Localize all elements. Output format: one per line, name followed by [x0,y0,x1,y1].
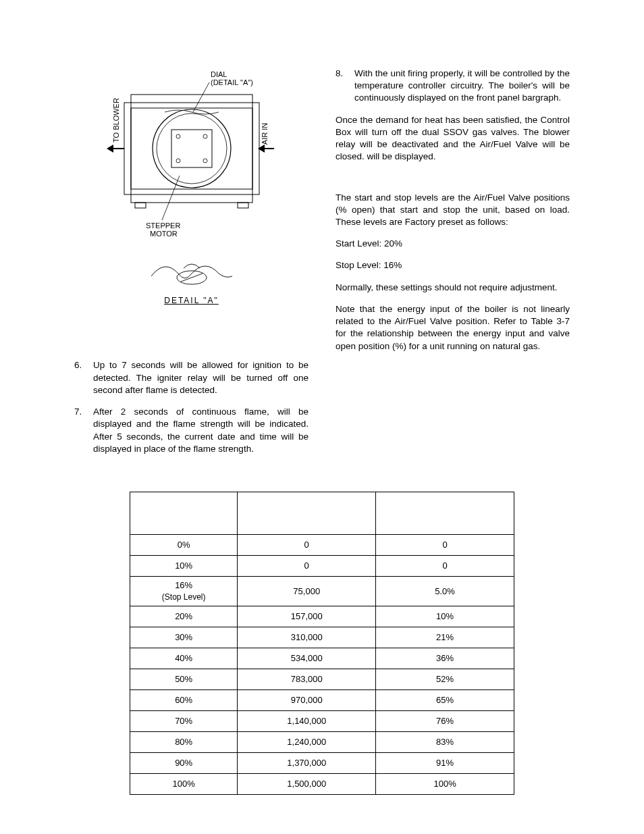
cell-percent: 0 [376,555,514,576]
cell-btu: 75,000 [238,576,376,606]
table-row: 20%157,00010% [130,606,514,627]
label-stepper1: STEPPER [146,221,180,230]
label-stepper2: MOTOR [150,230,178,238]
detail-caption: DETAIL "A" [104,296,279,305]
table-header-row [130,492,514,534]
svg-rect-2 [131,95,252,103]
cell-percent: 5.0% [376,576,514,606]
svg-rect-8 [171,130,212,167]
table-row: 0%00 [130,534,514,555]
cell-percent: 83% [376,732,514,753]
paragraph: Normally, these settings should not requ… [336,282,570,294]
cell-percent: 0 [376,534,514,555]
cell-position: 20% [130,606,238,627]
svg-line-19 [162,176,180,220]
cell-position: 30% [130,627,238,648]
cell-percent: 21% [376,627,514,648]
list-item-8: 8. With the unit firing properly, it wil… [336,68,570,105]
label-detail: (DETAIL "A") [211,78,253,86]
table-row: 30%310,00021% [130,627,514,648]
list-text: Up to 7 seconds will be allowed for igni… [93,360,308,394]
cell-percent: 36% [376,648,514,669]
two-column-layout: DIAL (DETAIL "A") [74,68,570,465]
table-row: 80%1,240,00083% [130,732,514,753]
right-column: 8. With the unit firing properly, it wil… [336,68,570,465]
cell-position: 70% [130,711,238,732]
paragraph: The start and stop levels are the Air/Fu… [336,192,570,229]
svg-marker-16 [107,145,113,153]
list-item-7: 7. After 2 seconds of continuous flame, … [74,406,308,455]
diagram-svg: DIAL (DETAIL "A") [104,68,279,243]
label-dial: DIAL [211,70,227,78]
table-body: 0%0010%0016%(Stop Level)75,0005.0%20%157… [130,534,514,794]
paragraph: Note that the energy input of the boiler… [336,303,570,353]
cell-btu: 0 [238,534,376,555]
cell-position: 16%(Stop Level) [130,576,238,606]
cell-percent: 100% [376,774,514,795]
cell-percent: 76% [376,711,514,732]
table-row: 70%1,140,00076% [130,711,514,732]
col-header-0 [130,492,238,534]
cell-percent: 65% [376,690,514,711]
figure-air-fuel-valve: DIAL (DETAIL "A") [104,68,279,305]
cell-percent: 52% [376,669,514,690]
svg-rect-4 [124,103,131,194]
svg-line-21 [181,273,203,282]
list-text: With the unit firing properly, it will b… [354,68,570,103]
table-row: 60%970,00065% [130,690,514,711]
energy-input-table: 0%0010%0016%(Stop Level)75,0005.0%20%157… [130,492,514,795]
cell-position: 0% [130,534,238,555]
cell-btu: 310,000 [238,627,376,648]
cell-btu: 534,000 [238,648,376,669]
table-row: 100%1,500,000100% [130,774,514,795]
table-row: 10%00 [130,555,514,576]
cell-btu: 0 [238,555,376,576]
cell-btu: 157,000 [238,606,376,627]
cell-position: 10% [130,555,238,576]
svg-line-0 [193,82,209,112]
cell-btu: 783,000 [238,669,376,690]
cell-position: 90% [130,753,238,774]
label-air-in: AIR IN [261,123,269,145]
page: DIAL (DETAIL "A") [0,0,644,834]
svg-rect-14 [238,203,248,208]
list-item-6: 6. Up to 7 seconds will be allowed for i… [74,359,308,396]
cell-btu: 1,140,000 [238,711,376,732]
cell-position: 80% [130,732,238,753]
list-number: 7. [74,406,82,418]
cell-position: 40% [130,648,238,669]
col-header-1 [238,492,376,534]
start-level: Start Level: 20% [336,238,570,250]
list-number: 8. [336,68,343,80]
cell-position: 50% [130,669,238,690]
table-row: 90%1,370,00091% [130,753,514,774]
paragraph: Once the demand for heat has been satisf… [336,114,570,163]
numbered-list-right: 8. With the unit firing properly, it wil… [336,68,570,105]
label-to-blower: TO BLOWER [112,98,120,142]
cell-btu: 1,370,000 [238,753,376,774]
detail-a-svg [144,253,239,294]
list-number: 6. [74,359,82,371]
list-text: After 2 seconds of continuous flame, wil… [93,407,308,454]
numbered-list-left: 6. Up to 7 seconds will be allowed for i… [74,359,308,455]
table-3-7: 0%0010%0016%(Stop Level)75,0005.0%20%157… [130,492,514,795]
cell-percent: 91% [376,753,514,774]
svg-rect-3 [131,194,252,203]
cell-btu: 1,500,000 [238,774,376,795]
cell-percent: 10% [376,606,514,627]
cell-btu: 1,240,000 [238,732,376,753]
col-header-2 [376,492,514,534]
cell-position: 100% [130,774,238,795]
stop-level: Stop Level: 16% [336,259,570,271]
table-row: 16%(Stop Level)75,0005.0% [130,576,514,606]
cell-position: 60% [130,690,238,711]
table-row: 50%783,00052% [130,669,514,690]
cell-btu: 970,000 [238,690,376,711]
left-column: DIAL (DETAIL "A") [74,68,308,465]
table-row: 40%534,00036% [130,648,514,669]
svg-rect-13 [135,203,146,208]
